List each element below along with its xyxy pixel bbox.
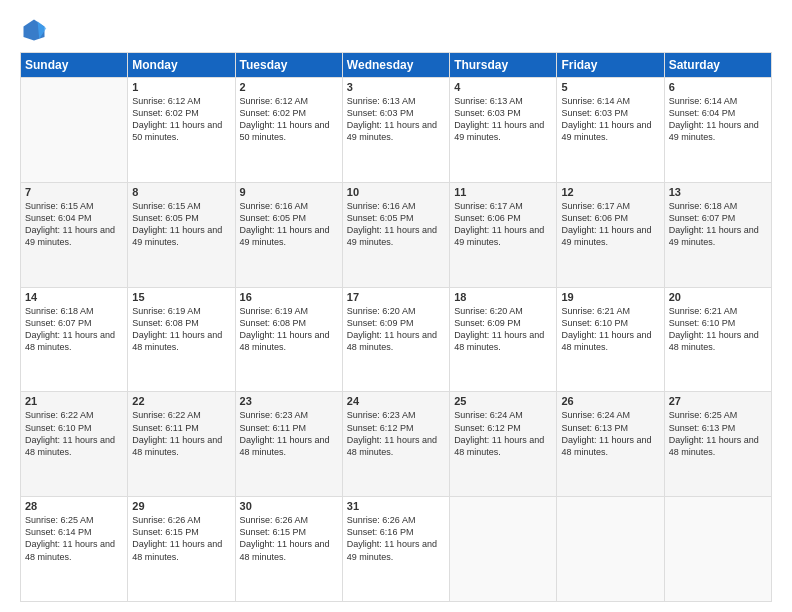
day-info: Sunrise: 6:18 AMSunset: 6:07 PMDaylight:… bbox=[669, 200, 767, 249]
day-info: Sunrise: 6:20 AMSunset: 6:09 PMDaylight:… bbox=[454, 305, 552, 354]
day-number: 8 bbox=[132, 186, 230, 198]
logo-icon bbox=[20, 16, 48, 44]
day-info: Sunrise: 6:12 AMSunset: 6:02 PMDaylight:… bbox=[240, 95, 338, 144]
calendar-cell: 28Sunrise: 6:25 AMSunset: 6:14 PMDayligh… bbox=[21, 497, 128, 602]
week-row: 14Sunrise: 6:18 AMSunset: 6:07 PMDayligh… bbox=[21, 287, 772, 392]
day-number: 28 bbox=[25, 500, 123, 512]
calendar-cell: 17Sunrise: 6:20 AMSunset: 6:09 PMDayligh… bbox=[342, 287, 449, 392]
day-info: Sunrise: 6:21 AMSunset: 6:10 PMDaylight:… bbox=[669, 305, 767, 354]
day-info: Sunrise: 6:23 AMSunset: 6:12 PMDaylight:… bbox=[347, 409, 445, 458]
day-info: Sunrise: 6:13 AMSunset: 6:03 PMDaylight:… bbox=[454, 95, 552, 144]
calendar-cell: 4Sunrise: 6:13 AMSunset: 6:03 PMDaylight… bbox=[450, 78, 557, 183]
day-number: 29 bbox=[132, 500, 230, 512]
calendar-cell: 1Sunrise: 6:12 AMSunset: 6:02 PMDaylight… bbox=[128, 78, 235, 183]
day-info: Sunrise: 6:25 AMSunset: 6:14 PMDaylight:… bbox=[25, 514, 123, 563]
day-info: Sunrise: 6:14 AMSunset: 6:04 PMDaylight:… bbox=[669, 95, 767, 144]
calendar-cell: 18Sunrise: 6:20 AMSunset: 6:09 PMDayligh… bbox=[450, 287, 557, 392]
day-number: 25 bbox=[454, 395, 552, 407]
day-number: 5 bbox=[561, 81, 659, 93]
days-row: SundayMondayTuesdayWednesdayThursdayFrid… bbox=[21, 53, 772, 78]
day-number: 23 bbox=[240, 395, 338, 407]
day-info: Sunrise: 6:24 AMSunset: 6:12 PMDaylight:… bbox=[454, 409, 552, 458]
calendar: SundayMondayTuesdayWednesdayThursdayFrid… bbox=[20, 52, 772, 602]
day-number: 14 bbox=[25, 291, 123, 303]
day-number: 31 bbox=[347, 500, 445, 512]
calendar-cell: 31Sunrise: 6:26 AMSunset: 6:16 PMDayligh… bbox=[342, 497, 449, 602]
day-number: 20 bbox=[669, 291, 767, 303]
day-info: Sunrise: 6:19 AMSunset: 6:08 PMDaylight:… bbox=[132, 305, 230, 354]
day-number: 15 bbox=[132, 291, 230, 303]
header bbox=[20, 16, 772, 44]
day-info: Sunrise: 6:23 AMSunset: 6:11 PMDaylight:… bbox=[240, 409, 338, 458]
page: SundayMondayTuesdayWednesdayThursdayFrid… bbox=[0, 0, 792, 612]
day-number: 18 bbox=[454, 291, 552, 303]
day-number: 21 bbox=[25, 395, 123, 407]
calendar-cell: 29Sunrise: 6:26 AMSunset: 6:15 PMDayligh… bbox=[128, 497, 235, 602]
calendar-cell: 27Sunrise: 6:25 AMSunset: 6:13 PMDayligh… bbox=[664, 392, 771, 497]
calendar-cell: 20Sunrise: 6:21 AMSunset: 6:10 PMDayligh… bbox=[664, 287, 771, 392]
calendar-cell: 8Sunrise: 6:15 AMSunset: 6:05 PMDaylight… bbox=[128, 182, 235, 287]
day-header-sunday: Sunday bbox=[21, 53, 128, 78]
calendar-cell: 23Sunrise: 6:23 AMSunset: 6:11 PMDayligh… bbox=[235, 392, 342, 497]
day-info: Sunrise: 6:16 AMSunset: 6:05 PMDaylight:… bbox=[347, 200, 445, 249]
day-number: 30 bbox=[240, 500, 338, 512]
calendar-cell: 13Sunrise: 6:18 AMSunset: 6:07 PMDayligh… bbox=[664, 182, 771, 287]
day-header-thursday: Thursday bbox=[450, 53, 557, 78]
calendar-cell: 25Sunrise: 6:24 AMSunset: 6:12 PMDayligh… bbox=[450, 392, 557, 497]
calendar-cell: 3Sunrise: 6:13 AMSunset: 6:03 PMDaylight… bbox=[342, 78, 449, 183]
day-info: Sunrise: 6:17 AMSunset: 6:06 PMDaylight:… bbox=[454, 200, 552, 249]
calendar-body: 1Sunrise: 6:12 AMSunset: 6:02 PMDaylight… bbox=[21, 78, 772, 602]
day-info: Sunrise: 6:15 AMSunset: 6:04 PMDaylight:… bbox=[25, 200, 123, 249]
day-info: Sunrise: 6:12 AMSunset: 6:02 PMDaylight:… bbox=[132, 95, 230, 144]
calendar-cell: 30Sunrise: 6:26 AMSunset: 6:15 PMDayligh… bbox=[235, 497, 342, 602]
calendar-cell: 11Sunrise: 6:17 AMSunset: 6:06 PMDayligh… bbox=[450, 182, 557, 287]
day-header-friday: Friday bbox=[557, 53, 664, 78]
day-info: Sunrise: 6:25 AMSunset: 6:13 PMDaylight:… bbox=[669, 409, 767, 458]
day-header-wednesday: Wednesday bbox=[342, 53, 449, 78]
day-info: Sunrise: 6:17 AMSunset: 6:06 PMDaylight:… bbox=[561, 200, 659, 249]
calendar-cell bbox=[664, 497, 771, 602]
calendar-cell: 19Sunrise: 6:21 AMSunset: 6:10 PMDayligh… bbox=[557, 287, 664, 392]
day-info: Sunrise: 6:26 AMSunset: 6:15 PMDaylight:… bbox=[132, 514, 230, 563]
calendar-cell: 5Sunrise: 6:14 AMSunset: 6:03 PMDaylight… bbox=[557, 78, 664, 183]
day-header-monday: Monday bbox=[128, 53, 235, 78]
day-number: 3 bbox=[347, 81, 445, 93]
day-number: 11 bbox=[454, 186, 552, 198]
week-row: 21Sunrise: 6:22 AMSunset: 6:10 PMDayligh… bbox=[21, 392, 772, 497]
calendar-cell: 2Sunrise: 6:12 AMSunset: 6:02 PMDaylight… bbox=[235, 78, 342, 183]
day-info: Sunrise: 6:19 AMSunset: 6:08 PMDaylight:… bbox=[240, 305, 338, 354]
day-number: 13 bbox=[669, 186, 767, 198]
day-info: Sunrise: 6:21 AMSunset: 6:10 PMDaylight:… bbox=[561, 305, 659, 354]
calendar-cell: 15Sunrise: 6:19 AMSunset: 6:08 PMDayligh… bbox=[128, 287, 235, 392]
day-number: 12 bbox=[561, 186, 659, 198]
calendar-cell: 24Sunrise: 6:23 AMSunset: 6:12 PMDayligh… bbox=[342, 392, 449, 497]
day-number: 6 bbox=[669, 81, 767, 93]
calendar-cell: 14Sunrise: 6:18 AMSunset: 6:07 PMDayligh… bbox=[21, 287, 128, 392]
day-number: 9 bbox=[240, 186, 338, 198]
calendar-cell bbox=[21, 78, 128, 183]
calendar-cell: 6Sunrise: 6:14 AMSunset: 6:04 PMDaylight… bbox=[664, 78, 771, 183]
calendar-cell: 16Sunrise: 6:19 AMSunset: 6:08 PMDayligh… bbox=[235, 287, 342, 392]
day-info: Sunrise: 6:18 AMSunset: 6:07 PMDaylight:… bbox=[25, 305, 123, 354]
day-number: 4 bbox=[454, 81, 552, 93]
day-header-saturday: Saturday bbox=[664, 53, 771, 78]
day-info: Sunrise: 6:22 AMSunset: 6:11 PMDaylight:… bbox=[132, 409, 230, 458]
day-info: Sunrise: 6:14 AMSunset: 6:03 PMDaylight:… bbox=[561, 95, 659, 144]
day-number: 2 bbox=[240, 81, 338, 93]
day-info: Sunrise: 6:22 AMSunset: 6:10 PMDaylight:… bbox=[25, 409, 123, 458]
calendar-cell: 9Sunrise: 6:16 AMSunset: 6:05 PMDaylight… bbox=[235, 182, 342, 287]
day-info: Sunrise: 6:26 AMSunset: 6:16 PMDaylight:… bbox=[347, 514, 445, 563]
week-row: 1Sunrise: 6:12 AMSunset: 6:02 PMDaylight… bbox=[21, 78, 772, 183]
day-number: 26 bbox=[561, 395, 659, 407]
day-header-tuesday: Tuesday bbox=[235, 53, 342, 78]
day-info: Sunrise: 6:24 AMSunset: 6:13 PMDaylight:… bbox=[561, 409, 659, 458]
week-row: 7Sunrise: 6:15 AMSunset: 6:04 PMDaylight… bbox=[21, 182, 772, 287]
day-info: Sunrise: 6:16 AMSunset: 6:05 PMDaylight:… bbox=[240, 200, 338, 249]
day-info: Sunrise: 6:13 AMSunset: 6:03 PMDaylight:… bbox=[347, 95, 445, 144]
calendar-header: SundayMondayTuesdayWednesdayThursdayFrid… bbox=[21, 53, 772, 78]
calendar-cell: 22Sunrise: 6:22 AMSunset: 6:11 PMDayligh… bbox=[128, 392, 235, 497]
calendar-cell bbox=[557, 497, 664, 602]
week-row: 28Sunrise: 6:25 AMSunset: 6:14 PMDayligh… bbox=[21, 497, 772, 602]
calendar-cell: 21Sunrise: 6:22 AMSunset: 6:10 PMDayligh… bbox=[21, 392, 128, 497]
logo bbox=[20, 16, 52, 44]
